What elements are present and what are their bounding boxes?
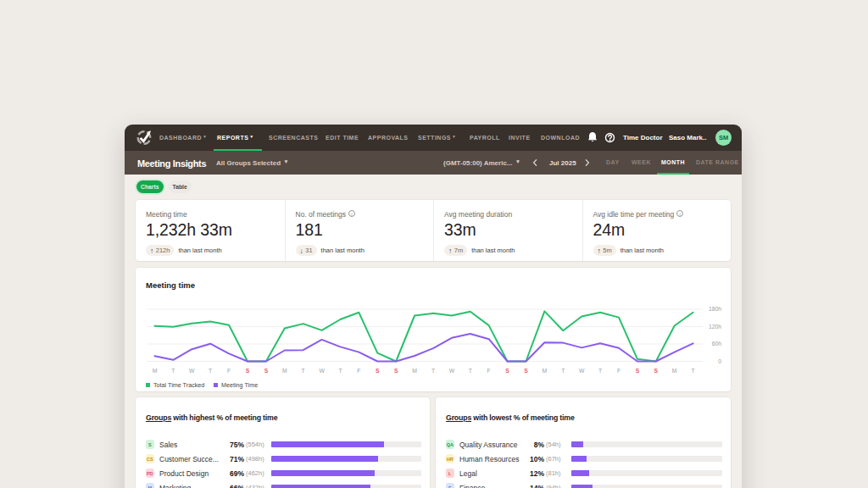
- svg-text:T: T: [598, 368, 602, 374]
- svg-text:S: S: [654, 368, 659, 374]
- svg-text:W: W: [189, 368, 195, 374]
- svg-text:W: W: [319, 368, 325, 374]
- svg-text:M: M: [153, 368, 158, 374]
- svg-text:W: W: [579, 368, 585, 374]
- svg-text:S: S: [505, 368, 509, 374]
- svg-text:T: T: [302, 368, 305, 374]
- svg-text:120h: 120h: [709, 324, 721, 330]
- svg-text:S: S: [246, 368, 250, 374]
- svg-text:F: F: [227, 368, 231, 374]
- svg-text:F: F: [617, 368, 620, 374]
- svg-text:S: S: [636, 368, 640, 374]
- svg-text:T: T: [469, 368, 472, 374]
- svg-text:T: T: [338, 368, 342, 374]
- svg-text:T: T: [171, 368, 175, 374]
- svg-text:T: T: [692, 368, 695, 374]
- svg-text:T: T: [431, 368, 435, 374]
- svg-text:F: F: [487, 368, 491, 374]
- svg-text:W: W: [449, 368, 455, 374]
- svg-text:S: S: [524, 368, 528, 374]
- svg-text:S: S: [376, 368, 380, 374]
- svg-text:180h: 180h: [709, 306, 721, 312]
- svg-text:0: 0: [718, 358, 721, 364]
- svg-text:F: F: [357, 368, 360, 374]
- svg-text:S: S: [264, 368, 269, 374]
- svg-text:Meeting Time: Meeting Time: [221, 381, 258, 389]
- svg-text:M: M: [672, 368, 677, 374]
- svg-text:60h: 60h: [712, 341, 722, 347]
- svg-text:M: M: [282, 368, 287, 374]
- svg-text:Total Time Tracked: Total Time Tracked: [153, 381, 204, 389]
- svg-text:S: S: [394, 368, 398, 374]
- svg-text:T: T: [209, 368, 212, 374]
- svg-text:T: T: [561, 368, 565, 374]
- svg-text:M: M: [542, 368, 548, 374]
- svg-text:M: M: [412, 368, 417, 374]
